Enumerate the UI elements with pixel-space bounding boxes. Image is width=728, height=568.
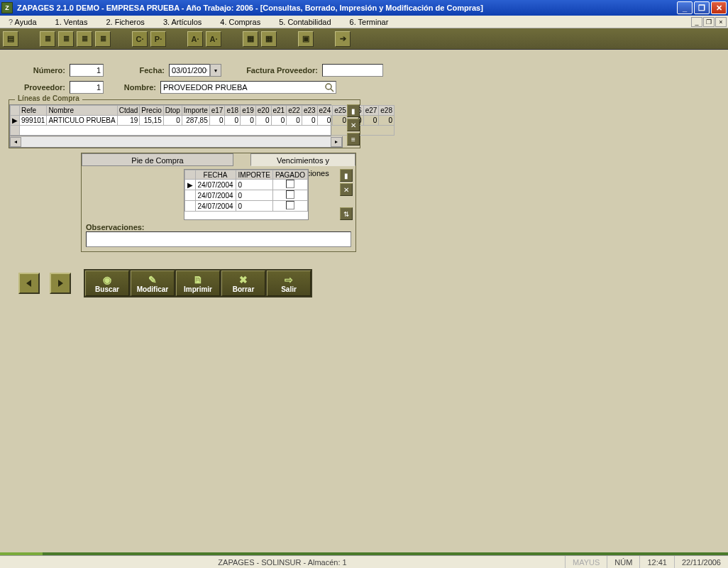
menu-terminar[interactable]: 6. Terminar [344, 17, 402, 27]
menu-compras[interactable]: 4. Compras [214, 17, 273, 27]
lineas-add-button[interactable]: ▮ [347, 104, 360, 117]
toolbar-btn-8[interactable]: ▣ [298, 31, 314, 47]
mdi-minimize[interactable]: _ [691, 17, 702, 27]
menu-contabilidad[interactable]: 5. Contabilidad [273, 17, 343, 27]
menu-ficheros[interactable]: 2. Ficheros [100, 17, 157, 27]
fecha-input[interactable] [169, 64, 210, 77]
lineas-edit-button[interactable]: ≡ [347, 133, 360, 146]
lineas-delete-button[interactable]: ✕ [347, 119, 360, 131]
cell-refe[interactable]: 999101 [20, 116, 47, 126]
col-refe[interactable]: Refe [20, 106, 47, 116]
toolbar-btn-6[interactable]: ▦ [243, 31, 258, 47]
venc-delete-button[interactable]: ✕ [340, 183, 353, 196]
toolbar-btn-7[interactable]: ▦ [261, 31, 277, 47]
venc-col-importe[interactable]: IMPORTE [236, 170, 272, 180]
cell-e24[interactable]: 0 [317, 116, 333, 126]
cell-e18[interactable]: 0 [225, 116, 241, 126]
venc-importe[interactable]: 0 [236, 180, 272, 190]
venc-pagado-checkbox[interactable] [286, 201, 294, 209]
cell-precio[interactable]: 15,15 [140, 116, 163, 126]
cell-ctdad[interactable]: 19 [117, 116, 140, 126]
cell-nombre[interactable]: ARTICULO PRUEBA [47, 116, 117, 126]
col-precio[interactable]: Precio [140, 106, 163, 116]
vencimientos-grid[interactable]: FECHA IMPORTE PAGADO ▶24/07/20040 24/07/… [184, 169, 309, 220]
imprimir-button[interactable]: 🗎Imprimir [176, 271, 220, 296]
toolbar-btn-3[interactable]: ≣ [58, 31, 74, 47]
venc-row[interactable]: 24/07/20040 [184, 190, 308, 201]
col-e20[interactable]: e20 [255, 106, 271, 116]
table-row[interactable]: ▶ 999101 ARTICULO PRUEBA 19 15,15 0 287,… [11, 116, 395, 126]
proveedor-input[interactable] [70, 81, 104, 94]
cell-importe[interactable]: 287,85 [182, 116, 209, 126]
buscar-button[interactable]: ◉Buscar [85, 271, 129, 296]
menu-ventas[interactable]: 1. Ventas [50, 17, 101, 27]
toolbar-btn-c[interactable]: C· [132, 31, 148, 47]
salir-button[interactable]: ⇨Salir [267, 271, 311, 296]
venc-row[interactable]: 24/07/20040 [184, 201, 308, 212]
minimize-button[interactable]: _ [677, 1, 693, 14]
col-nombre[interactable]: Nombre [47, 106, 117, 116]
tab-vencimientos[interactable]: Vencimientos y Observaciones [250, 153, 355, 166]
toolbar-btn-4[interactable]: ≣ [77, 31, 92, 47]
col-e21[interactable]: e21 [271, 106, 287, 116]
toolbar-btn-5[interactable]: ≣ [95, 31, 111, 47]
nombre-lookup-icon[interactable] [324, 82, 334, 92]
next-record-button[interactable] [50, 273, 71, 294]
menu-articulos[interactable]: 3. Artículos [158, 17, 214, 27]
menu-ayuda[interactable]: Ayuda [3, 17, 50, 27]
venc-pagado-checkbox[interactable] [286, 190, 294, 199]
venc-col-pagado[interactable]: PAGADO [272, 170, 307, 180]
col-importe[interactable]: Importe [182, 106, 209, 116]
venc-importe[interactable]: 0 [236, 190, 272, 201]
venc-add-button[interactable]: ▮ [340, 169, 353, 182]
venc-sort-button[interactable]: ⇅ [340, 207, 353, 220]
cell-e25[interactable]: 0 [333, 116, 348, 126]
cell-dtop[interactable]: 0 [163, 116, 182, 126]
cell-e17[interactable]: 0 [209, 116, 225, 126]
nombre-input[interactable] [160, 81, 336, 94]
lineas-grid[interactable]: Refe Nombre Ctdad Precio Dtop Importe e1… [9, 104, 331, 136]
numero-input[interactable] [70, 64, 104, 77]
cell-e19[interactable]: 0 [241, 116, 256, 126]
prev-record-button[interactable] [18, 273, 40, 294]
cell-e20[interactable]: 0 [255, 116, 271, 126]
cell-e23[interactable]: 0 [302, 116, 317, 126]
mdi-close[interactable]: × [715, 17, 727, 27]
mdi-restore[interactable]: ❐ [703, 17, 715, 27]
col-ctdad[interactable]: Ctdad [117, 106, 140, 116]
col-e25[interactable]: e25 [333, 106, 348, 116]
toolbar-btn-2[interactable]: ≣ [40, 31, 55, 47]
modificar-button[interactable]: ✎Modificar [131, 271, 175, 296]
toolbar-btn-p[interactable]: P· [150, 31, 166, 47]
factura-proveedor-input[interactable] [322, 64, 383, 77]
col-e18[interactable]: e18 [225, 106, 241, 116]
toolbar-btn-a2[interactable]: A· [206, 31, 221, 47]
fecha-dropdown[interactable]: ▾ [210, 64, 221, 77]
observaciones-input[interactable] [86, 231, 351, 247]
col-e23[interactable]: e23 [302, 106, 317, 116]
toolbar-btn-arrow[interactable]: ➔ [335, 31, 351, 47]
venc-row[interactable]: ▶24/07/20040 [184, 180, 308, 190]
venc-fecha[interactable]: 24/07/2004 [195, 201, 236, 212]
lineas-hscroll[interactable]: ◂ ▸ [9, 136, 343, 148]
close-button[interactable]: ✕ [711, 1, 727, 14]
toolbar-btn-1[interactable]: ▤ [3, 31, 18, 47]
venc-fecha[interactable]: 24/07/2004 [195, 190, 236, 201]
tab-pie-compra[interactable]: Pie de Compra [82, 153, 233, 166]
borrar-button[interactable]: ✖Borrar [221, 271, 265, 296]
venc-fecha[interactable]: 24/07/2004 [195, 180, 236, 190]
col-e27[interactable]: e27 [363, 106, 379, 116]
col-dtop[interactable]: Dtop [163, 106, 182, 116]
col-e28[interactable]: e28 [379, 106, 395, 116]
col-e22[interactable]: e22 [287, 106, 302, 116]
cell-e27[interactable]: 0 [363, 116, 379, 126]
cell-e22[interactable]: 0 [287, 116, 302, 126]
venc-col-fecha[interactable]: FECHA [195, 170, 236, 180]
col-e17[interactable]: e17 [209, 106, 225, 116]
col-e19[interactable]: e19 [241, 106, 256, 116]
cell-e28[interactable]: 0 [379, 116, 395, 126]
scroll-left-icon[interactable]: ◂ [10, 137, 21, 147]
cell-e21[interactable]: 0 [271, 116, 287, 126]
toolbar-btn-a1[interactable]: A· [187, 31, 203, 47]
maximize-button[interactable]: ❐ [694, 1, 710, 14]
